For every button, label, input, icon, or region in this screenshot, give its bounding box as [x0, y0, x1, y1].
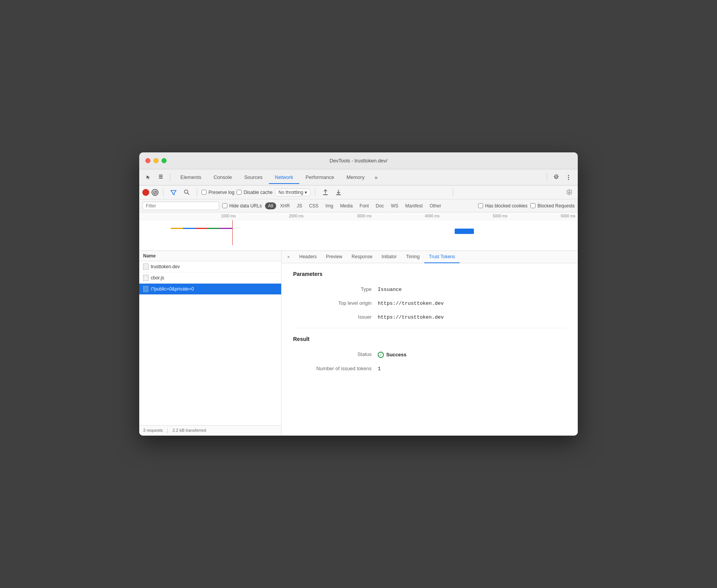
request-item-cbor[interactable]: cbor.js: [139, 272, 281, 284]
filter-icon[interactable]: [168, 187, 179, 198]
svg-rect-2: [159, 175, 163, 175]
tab-overflow[interactable]: »: [371, 171, 382, 184]
tab-console[interactable]: Console: [207, 171, 238, 184]
filter-type-img[interactable]: Img: [322, 202, 336, 209]
request-list-footer: 3 requests 2.2 kB transferred: [139, 425, 281, 436]
toolbar-divider-1: [170, 174, 170, 181]
timeline-area: 1000 ms 2000 ms 3000 ms 4000 ms 5000 ms …: [139, 212, 578, 251]
timeline-tick-2: 2000 ms: [238, 214, 306, 218]
filter-type-manifest[interactable]: Manifest: [402, 202, 426, 209]
layers-icon[interactable]: [155, 172, 166, 183]
tab-timing[interactable]: Timing: [401, 251, 424, 263]
filter-type-js[interactable]: JS: [293, 202, 305, 209]
timeline-vertical-line: [232, 220, 233, 245]
cursor-icon[interactable]: [143, 172, 154, 183]
type-value: Issuance: [378, 287, 402, 292]
download-button[interactable]: [333, 187, 344, 198]
request-item-selected[interactable]: i?public=0&private=0: [139, 284, 281, 295]
tab-initiator[interactable]: Initiator: [377, 251, 401, 263]
clear-button[interactable]: ⊘: [152, 189, 158, 196]
svg-point-5: [568, 179, 569, 180]
top-level-origin-row: Top level origin https://trusttoken.dev: [293, 300, 566, 306]
svg-rect-17: [144, 287, 147, 291]
network-divider-2: [197, 189, 197, 196]
search-button[interactable]: [181, 187, 192, 198]
top-level-origin-label: Top level origin: [293, 300, 378, 306]
tab-network[interactable]: Network: [269, 171, 300, 184]
timeline-tick-5: 5000 ms: [442, 214, 510, 218]
filter-type-xhr[interactable]: XHR: [277, 202, 293, 209]
record-button[interactable]: [142, 189, 149, 196]
issuer-row: Issuer https://trusttoken.dev: [293, 314, 566, 320]
parameters-section-title: Parameters: [293, 271, 566, 277]
status-row: Status ✓ Success: [293, 351, 566, 358]
close-panel-button[interactable]: ×: [285, 253, 292, 261]
svg-rect-9: [336, 194, 341, 195]
request-list: Name trusttoken.dev cbor.js i?public=0&p…: [139, 251, 282, 436]
tab-response[interactable]: Response: [347, 251, 377, 263]
svg-point-6: [184, 190, 188, 194]
svg-point-4: [568, 177, 569, 178]
tab-preview[interactable]: Preview: [321, 251, 347, 263]
window-title: DevTools - trusttoken.dev/: [330, 158, 387, 164]
result-section-title: Result: [293, 336, 566, 342]
filter-type-other[interactable]: Other: [427, 202, 444, 209]
tab-bar: Elements Console Sources Network Perform…: [174, 171, 543, 184]
filter-type-css[interactable]: CSS: [306, 202, 322, 209]
file-icon-selected: [143, 286, 148, 292]
tab-memory[interactable]: Memory: [340, 171, 371, 184]
issuer-label: Issuer: [293, 314, 378, 320]
main-toolbar: Elements Console Sources Network Perform…: [139, 169, 578, 185]
hide-data-urls-checkbox[interactable]: Hide data URLs: [222, 203, 262, 209]
filter-type-ws[interactable]: WS: [388, 202, 401, 209]
status-value: Success: [386, 352, 407, 357]
timeline-tick-3: 3000 ms: [306, 214, 374, 218]
devtools-settings-button[interactable]: [551, 172, 562, 183]
timeline-chart: [139, 220, 578, 245]
close-button[interactable]: [145, 158, 150, 163]
tab-headers[interactable]: Headers: [295, 251, 321, 263]
toolbar-divider-2: [547, 174, 547, 181]
tab-trust-tokens[interactable]: Trust Tokens: [424, 251, 460, 263]
filter-input[interactable]: [142, 202, 219, 210]
request-list-header: Name: [139, 251, 281, 261]
blocked-requests-checkbox[interactable]: Blocked Requests: [530, 203, 575, 209]
status-label: Status: [293, 351, 378, 357]
filter-type-font[interactable]: Font: [357, 202, 372, 209]
request-item-trusttoken[interactable]: trusttoken.dev: [139, 261, 281, 272]
throttle-select[interactable]: No throttling ▾: [275, 189, 311, 196]
devtools-more-button[interactable]: [563, 172, 574, 183]
minimize-button[interactable]: [153, 158, 158, 163]
tokens-value: 1: [378, 366, 381, 372]
tab-elements[interactable]: Elements: [174, 171, 207, 184]
timeline-header: 1000 ms 2000 ms 3000 ms 4000 ms 5000 ms …: [139, 212, 578, 220]
file-icon-cbor: [143, 275, 148, 281]
svg-rect-1: [159, 178, 163, 179]
footer-transferred: 2.2 kB transferred: [172, 428, 206, 433]
type-row: Type Issuance: [293, 286, 566, 292]
preserve-log-checkbox[interactable]: Preserve log: [202, 190, 234, 195]
success-icon: ✓: [378, 352, 384, 358]
svg-point-3: [568, 175, 569, 176]
type-label: Type: [293, 286, 378, 292]
network-divider-3: [315, 189, 315, 196]
has-blocked-cookies-checkbox[interactable]: Has blocked cookies: [478, 203, 527, 209]
network-settings-button[interactable]: [564, 187, 575, 198]
tab-sources[interactable]: Sources: [238, 171, 269, 184]
maximize-button[interactable]: [162, 158, 167, 163]
timeline-tick-1: 1000 ms: [170, 214, 238, 218]
filter-type-doc[interactable]: Doc: [373, 202, 387, 209]
network-divider-1: [163, 189, 163, 196]
upload-button[interactable]: [320, 187, 331, 198]
timeline-tick-6: 6000 ms: [510, 214, 578, 218]
filter-type-all[interactable]: All: [265, 202, 276, 209]
disable-cache-checkbox[interactable]: Disable cache: [237, 190, 272, 195]
filter-types: All XHR JS CSS Img Media Font Doc WS Man…: [265, 202, 475, 209]
filter-type-media[interactable]: Media: [337, 202, 356, 209]
tab-performance[interactable]: Performance: [299, 171, 340, 184]
title-bar: DevTools - trusttoken.dev/: [139, 152, 578, 169]
traffic-lights: [145, 158, 167, 163]
issuer-value: https://trusttoken.dev: [378, 314, 444, 320]
section-divider: [293, 328, 566, 328]
chevron-down-icon: ▾: [305, 190, 307, 195]
